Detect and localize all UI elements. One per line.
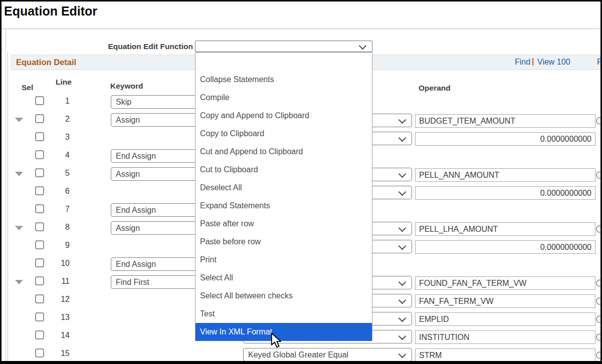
chevron-down-icon	[398, 242, 407, 250]
column-header-sel: Sel	[22, 83, 33, 92]
lookup-icon[interactable]	[596, 171, 602, 179]
menu-option[interactable]: Cut to Clipboard	[195, 161, 372, 179]
operand-input[interactable]: FAN_FA_TERM_VW	[415, 294, 595, 308]
menu-option[interactable]: Test	[195, 305, 372, 323]
chevron-down-icon	[398, 332, 407, 340]
line-number: 5	[48, 169, 70, 178]
line-number: 10	[48, 259, 70, 268]
expand-collapse-icon[interactable]	[15, 118, 23, 122]
menu-option[interactable]: Print	[195, 251, 372, 269]
title-divider	[0, 29, 602, 29]
row-select-checkbox[interactable]	[35, 312, 44, 321]
line-number: 6	[48, 187, 70, 196]
row-select-checkbox[interactable]	[35, 222, 44, 231]
line-number: 9	[48, 241, 70, 250]
menu-option[interactable]: Paste after row	[195, 215, 372, 233]
view-100-link[interactable]: View 100	[537, 58, 570, 67]
line-number: 4	[48, 151, 70, 160]
link-separator: |	[532, 57, 534, 66]
chevron-down-icon	[398, 350, 407, 358]
row-select-checkbox[interactable]	[35, 258, 44, 267]
chevron-down-icon	[398, 188, 407, 196]
operand-input[interactable]: PELL_LHA_AMOUNT	[415, 222, 595, 236]
operand-input[interactable]: 0.0000000000	[415, 240, 595, 254]
edit-function-dropdown-menu: Collapse StatementsCompileCopy and Appen…	[195, 52, 372, 341]
lookup-icon[interactable]	[596, 297, 602, 305]
grid-left-border	[8, 52, 8, 364]
operand-input[interactable]: STRM	[415, 348, 595, 362]
row-select-checkbox[interactable]	[35, 96, 44, 105]
operand-type-select[interactable]: Keyed Global Greater Equal	[243, 348, 412, 361]
lookup-icon[interactable]	[596, 117, 602, 125]
row-select-checkbox[interactable]	[35, 186, 44, 195]
row-select-checkbox[interactable]	[35, 294, 44, 303]
menu-option[interactable]: Copy to Clipboard	[195, 125, 372, 143]
row-select-checkbox[interactable]	[35, 114, 44, 123]
line-number: 1	[48, 97, 70, 106]
expand-collapse-icon[interactable]	[15, 226, 23, 230]
menu-option[interactable]: Select All between checks	[195, 287, 372, 305]
equation-edit-function-label: Equation Edit Function	[75, 42, 193, 51]
chevron-down-icon	[398, 314, 407, 322]
row-select-checkbox[interactable]	[35, 168, 44, 177]
line-number: 15	[48, 349, 70, 358]
line-number: 11	[48, 277, 70, 286]
operand-input[interactable]: INSTITUTION	[415, 330, 595, 344]
line-number: 8	[48, 223, 70, 232]
row-select-checkbox[interactable]	[35, 276, 44, 285]
chevron-down-icon	[359, 42, 367, 50]
first-link-partial[interactable]: F	[597, 58, 602, 67]
menu-option[interactable]: Compile	[195, 89, 372, 107]
row-select-checkbox[interactable]	[35, 132, 44, 141]
equation-edit-function-select[interactable]	[195, 41, 372, 52]
lookup-icon[interactable]	[596, 315, 602, 323]
menu-option[interactable]: Copy and Append to Clipboard	[195, 107, 372, 125]
expand-collapse-icon[interactable]	[15, 280, 23, 284]
menu-option[interactable]: Deselect All	[195, 179, 372, 197]
operand-input[interactable]: EMPLID	[415, 312, 595, 326]
menu-option[interactable]: Paste before row	[195, 233, 372, 251]
row-select-checkbox[interactable]	[35, 330, 44, 339]
row-select-checkbox[interactable]	[35, 204, 44, 213]
menu-option[interactable]: Expand Statements	[195, 197, 372, 215]
section-title: Equation Detail	[16, 58, 76, 67]
menu-option[interactable]: Select All	[195, 269, 372, 287]
expand-collapse-icon[interactable]	[15, 172, 23, 176]
menu-option-blank[interactable]	[195, 53, 372, 71]
chevron-down-icon	[398, 224, 407, 232]
column-header-line: Line	[56, 78, 72, 87]
column-header-operand: Operand	[419, 84, 451, 93]
line-number: 14	[48, 331, 70, 340]
chevron-down-icon	[398, 296, 407, 304]
find-link[interactable]: Find	[515, 58, 530, 67]
chevron-down-icon	[398, 170, 407, 178]
row-select-checkbox[interactable]	[35, 348, 44, 357]
chevron-down-icon	[398, 278, 407, 286]
line-number: 13	[48, 313, 70, 322]
column-header-keyword: Keyword	[110, 82, 143, 91]
operand-input[interactable]: PELL_ANN_AMOUNT	[415, 168, 595, 182]
line-number: 7	[48, 205, 70, 214]
chevron-down-icon	[398, 116, 407, 124]
lookup-icon[interactable]	[596, 333, 602, 341]
menu-option[interactable]: Collapse Statements	[195, 71, 372, 89]
chevron-down-icon	[398, 134, 407, 142]
line-number: 3	[48, 133, 70, 142]
mouse-cursor	[271, 332, 283, 348]
lookup-icon[interactable]	[596, 351, 602, 359]
groupbox-left-border	[6, 29, 6, 364]
operand-input[interactable]: FOUND_FAN_FA_TERM_VW	[415, 276, 595, 290]
operand-input[interactable]: 0.0000000000	[415, 186, 595, 200]
operand-input[interactable]: BUDGET_ITEM_AMOUNT	[415, 114, 595, 128]
line-number: 12	[48, 295, 70, 304]
row-select-checkbox[interactable]	[35, 240, 44, 249]
lookup-icon[interactable]	[596, 225, 602, 233]
row-select-checkbox[interactable]	[35, 150, 44, 159]
line-number: 2	[48, 115, 70, 124]
page-title: Equation Editor	[4, 4, 97, 19]
operand-input[interactable]: 0.0000000000	[415, 132, 595, 146]
menu-option[interactable]: Cut and Append to Clipboard	[195, 143, 372, 161]
lookup-icon[interactable]	[596, 279, 602, 287]
menu-option[interactable]: View In XML Format	[195, 323, 372, 341]
